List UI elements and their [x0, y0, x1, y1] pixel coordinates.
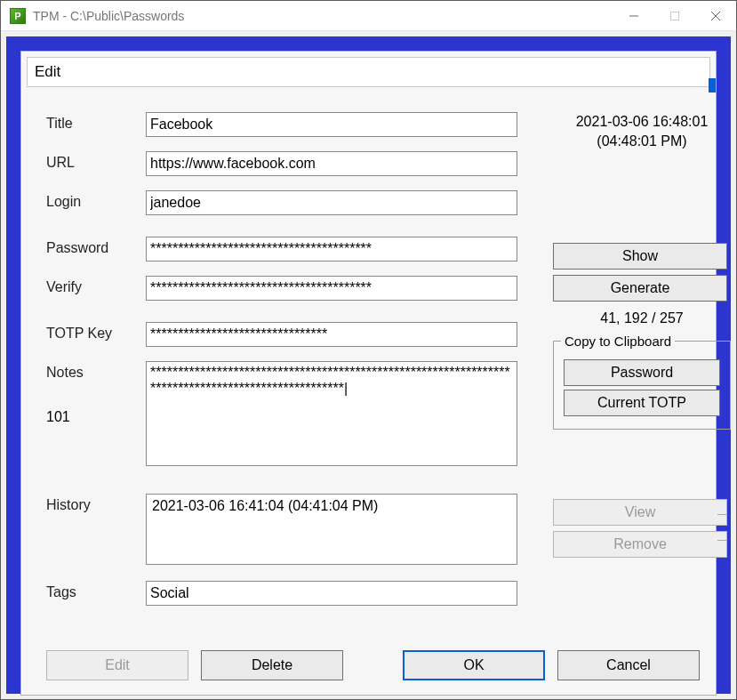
minimize-button[interactable] — [613, 1, 654, 31]
ok-button[interactable]: OK — [403, 650, 545, 680]
history-item[interactable]: 2021-03-06 16:41:04 (04:41:04 PM) — [152, 498, 511, 514]
show-button[interactable]: Show — [553, 243, 727, 270]
edit-dialog: Edit Title URL Login Password Verify — [20, 51, 717, 696]
copy-to-clipboard-group: Copy to Clipboard Password Current TOTP — [553, 334, 731, 430]
timestamp: 2021-03-06 16:48:01 (04:48:01 PM) — [553, 112, 731, 150]
label-password: Password — [46, 237, 146, 256]
clipboard-legend: Copy to Clipboard — [561, 334, 675, 349]
generate-button[interactable]: Generate — [553, 275, 727, 302]
label-title: Title — [46, 112, 146, 132]
delete-button[interactable]: Delete — [201, 650, 343, 680]
svg-rect-1 — [671, 12, 679, 20]
label-url: URL — [46, 151, 146, 171]
notes-field[interactable]: ****************************************… — [146, 361, 517, 466]
label-verify: Verify — [46, 276, 146, 295]
title-field[interactable] — [146, 112, 517, 137]
dialog-title: Edit — [27, 57, 710, 87]
view-button[interactable]: View — [553, 499, 727, 526]
password-stats: 41, 192 / 257 — [553, 310, 731, 326]
url-field[interactable] — [146, 151, 517, 176]
titlebar: P TPM - C:\Public\Passwords — [1, 1, 736, 31]
timestamp-line1: 2021-03-06 16:48:01 — [553, 112, 731, 132]
login-field[interactable] — [146, 190, 517, 215]
label-notes: Notes — [46, 361, 146, 381]
window-title: TPM - C:\Public\Passwords — [33, 9, 184, 23]
timestamp-line2: (04:48:01 PM) — [553, 132, 731, 151]
label-totp: TOTP Key — [46, 322, 146, 342]
cancel-button[interactable]: Cancel — [557, 650, 700, 680]
copy-totp-button[interactable]: Current TOTP — [564, 390, 720, 416]
label-history: History — [46, 494, 146, 513]
background-window-edge — [717, 514, 726, 541]
password-field[interactable] — [146, 237, 517, 261]
history-list[interactable]: 2021-03-06 16:41:04 (04:41:04 PM) — [146, 494, 517, 565]
copy-password-button[interactable]: Password — [564, 359, 720, 386]
edit-button[interactable]: Edit — [46, 650, 188, 680]
close-button[interactable] — [695, 1, 736, 31]
tags-field[interactable] — [146, 581, 517, 606]
verify-field[interactable] — [146, 276, 517, 301]
app-icon: P — [10, 8, 26, 24]
totp-field[interactable] — [146, 322, 517, 347]
scroll-indicator — [709, 78, 716, 93]
notes-count: 101 — [46, 409, 70, 425]
label-login: Login — [46, 190, 146, 210]
maximize-button[interactable] — [654, 1, 695, 31]
label-tags: Tags — [46, 581, 146, 600]
remove-button[interactable]: Remove — [553, 531, 727, 558]
